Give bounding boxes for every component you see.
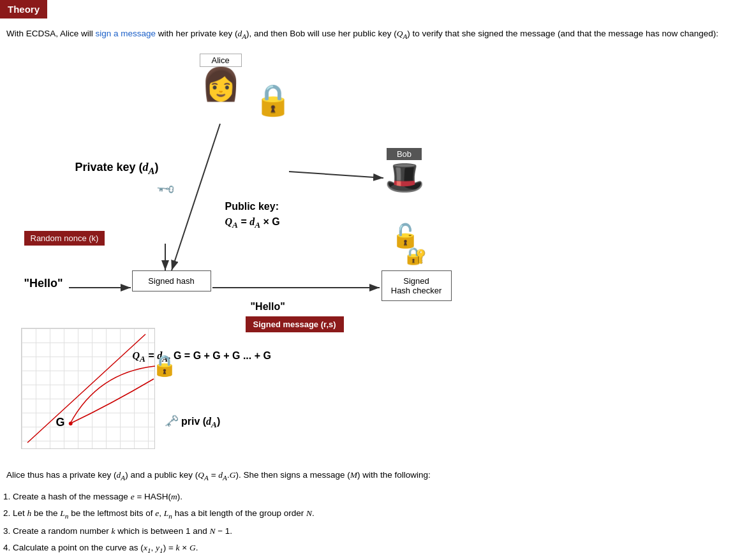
public-key-label: Public key: QA = dA × G [225, 199, 280, 232]
hello-output-label: "Hello" [251, 301, 285, 313]
signed-hash-checker-box: SignedHash checker [382, 270, 452, 301]
theory-header: Theory [0, 0, 47, 18]
priv-label: 🗝️ priv (dA) [165, 414, 221, 430]
bob-box: Bob 🎩 [385, 148, 424, 193]
bob-label: Bob [387, 148, 422, 160]
alice-label: Alice [200, 54, 242, 67]
svg-line-3 [289, 172, 383, 178]
step-3: Create a random number k which is betwee… [13, 524, 756, 539]
grid-area [21, 328, 155, 449]
alice-lock-icon: 🔒 [254, 82, 292, 118]
step-2: Let h be the Ln be the leftmost bits of … [13, 506, 756, 522]
steps-list: Create a hash of the message e = HASH(m)… [13, 489, 756, 553]
checker-lock-icon: 🔐 [406, 246, 426, 266]
body-text: Alice thus has a private key (dA) and a … [6, 468, 750, 483]
g-dot-label: G ● [56, 416, 73, 429]
private-key-label: Private key (dA) [75, 161, 159, 177]
diagram-container: Alice 👩 🔒 Private key (dA) 🗝️ Public key… [8, 54, 748, 462]
bob-lock-icon: 🔓 [391, 223, 420, 249]
alice-box: Alice 👩 [200, 54, 242, 100]
step-1: Create a hash of the message e = HASH(m)… [13, 489, 756, 505]
step-4: Calculate a point on the curve as (x1, y… [13, 540, 756, 553]
signed-hash-box: Signed hash [132, 270, 211, 291]
hello-input-label: "Hello" [24, 277, 63, 290]
curve-lock-icon: 🔒 [152, 353, 177, 378]
intro-text: With ECDSA, Alice will sign a message wi… [6, 27, 750, 42]
random-nonce-label: Random nonce (k) [24, 231, 105, 246]
signed-message-badge: Signed message (r,s) [246, 316, 344, 332]
key-icon-alice: 🗝️ [158, 181, 174, 196]
svg-line-0 [172, 124, 220, 270]
